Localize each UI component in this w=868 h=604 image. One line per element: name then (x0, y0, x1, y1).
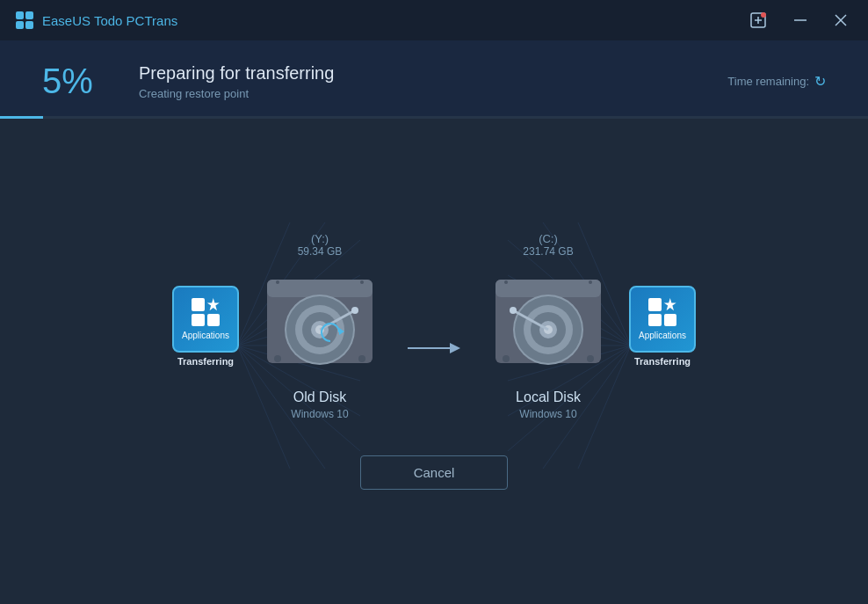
refresh-icon: ↻ (814, 73, 826, 90)
svg-point-46 (276, 280, 279, 284)
titlebar-controls (743, 9, 854, 32)
status-text: Preparing for transferring Creating rest… (139, 63, 334, 100)
app-icon-right-label: Applications (639, 331, 686, 340)
windows-grid-right (648, 298, 676, 326)
notification-icon (750, 12, 766, 28)
close-button[interactable] (828, 11, 854, 30)
app-icon-left-sublabel: Transferring (177, 356, 234, 367)
target-disk-size: 231.74 GB (523, 245, 573, 258)
svg-rect-2 (16, 21, 24, 29)
svg-marker-49 (450, 343, 460, 353)
target-disk-os: Windows 10 (519, 408, 576, 420)
titlebar: EaseUS Todo PCTrans (0, 0, 868, 40)
source-disk: (Y:) 59.34 GB (258, 232, 381, 420)
source-hdd-graphic (258, 266, 381, 381)
arrow-icon (408, 338, 460, 359)
target-disk: (C:) 231.74 GB (487, 232, 610, 420)
time-remaining: Time remaining: ↻ (727, 73, 826, 90)
grid-cell-3 (192, 314, 205, 327)
source-disk-os: Windows 10 (291, 408, 348, 420)
svg-point-63 (589, 280, 592, 284)
main-content: Applications Transferring (Y:) 59.34 GB (0, 119, 868, 604)
grid-cell-1 (192, 298, 205, 311)
app-logo-icon (14, 10, 35, 31)
svg-rect-0 (16, 11, 24, 19)
app-icon-left-label: Applications (182, 331, 229, 340)
grid-cell-r3 (648, 314, 662, 327)
status-subtitle: Creating restore point (139, 87, 334, 100)
grid-cell-r-star (664, 298, 677, 311)
minimize-icon (794, 19, 807, 21)
svg-point-7 (761, 12, 766, 18)
app-icon-right-sublabel: Transferring (634, 356, 691, 367)
source-disk-info: (Y:) 59.34 GB (298, 232, 343, 258)
header-section: 5% Preparing for transferring Creating r… (0, 40, 868, 119)
progress-info: 5% Preparing for transferring Creating r… (42, 62, 826, 101)
target-hdd-graphic (487, 266, 610, 381)
svg-point-42 (351, 307, 358, 314)
windows-grid-left (192, 298, 220, 326)
svg-point-47 (360, 280, 364, 284)
cancel-button[interactable]: Cancel (360, 455, 509, 490)
source-disk-name: Old Disk (293, 389, 346, 405)
grid-cell-star (207, 298, 221, 311)
transfer-arrow (381, 338, 487, 359)
notification-button[interactable] (743, 9, 773, 32)
app-icon-right-inner: Applications (629, 286, 696, 353)
app-title: EaseUS Todo PCTrans (42, 13, 177, 28)
logo: EaseUS Todo PCTrans (14, 10, 177, 31)
target-disk-name: Local Disk (516, 389, 581, 405)
svg-point-44 (274, 355, 281, 362)
target-disk-info: (C:) 231.74 GB (523, 232, 573, 258)
svg-point-60 (503, 355, 510, 362)
app-icon-left: Applications Transferring (170, 286, 241, 367)
time-remaining-label: Time remaining: (727, 75, 809, 88)
svg-rect-3 (25, 21, 33, 29)
source-drive-letter: (Y:) (298, 232, 343, 245)
source-disk-size: 59.34 GB (298, 245, 343, 258)
svg-point-59 (510, 307, 517, 314)
status-title: Preparing for transferring (139, 63, 334, 84)
close-icon (835, 14, 847, 26)
svg-point-62 (504, 280, 508, 284)
grid-cell-r1 (648, 298, 662, 311)
app-icon-left-inner: Applications (172, 286, 239, 353)
titlebar-left: EaseUS Todo PCTrans (14, 10, 177, 31)
svg-point-45 (358, 355, 365, 362)
app-icon-right: Applications Transferring (627, 286, 698, 367)
svg-rect-1 (25, 11, 33, 19)
percent-label: 5% (42, 62, 121, 101)
grid-cell-4 (207, 314, 221, 327)
target-drive-letter: (C:) (523, 232, 573, 245)
svg-point-61 (587, 355, 594, 362)
grid-cell-r4 (664, 314, 677, 327)
minimize-button[interactable] (787, 16, 814, 25)
